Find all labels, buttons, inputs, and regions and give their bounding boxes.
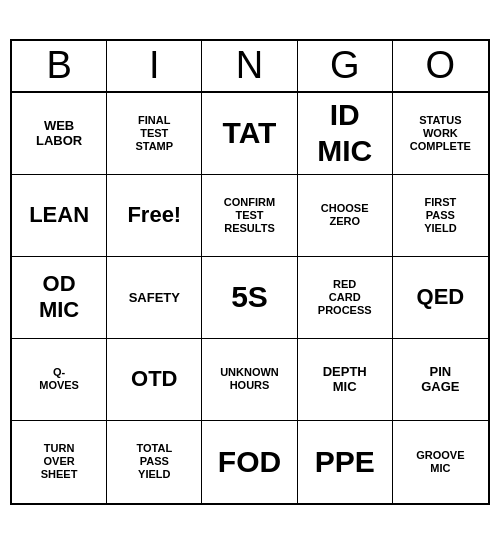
bingo-cell: QED (393, 257, 488, 339)
bingo-cell: Free! (107, 175, 202, 257)
bingo-cell: RED CARD PROCESS (298, 257, 393, 339)
bingo-cell: FIRST PASS YIELD (393, 175, 488, 257)
header-letter: I (107, 41, 202, 91)
bingo-cell: OD MIC (12, 257, 107, 339)
bingo-cell: TURN OVER SHEET (12, 421, 107, 503)
bingo-cell: OTD (107, 339, 202, 421)
bingo-cell: 5S (202, 257, 297, 339)
bingo-cell: DEPTH MIC (298, 339, 393, 421)
bingo-cell: TAT (202, 93, 297, 175)
bingo-cell: PIN GAGE (393, 339, 488, 421)
bingo-cell: SAFETY (107, 257, 202, 339)
bingo-grid: WEB LABORFINAL TEST STAMPTATID MICSTATUS… (12, 93, 488, 503)
header-letter: B (12, 41, 107, 91)
header-letter: O (393, 41, 488, 91)
bingo-cell: CONFIRM TEST RESULTS (202, 175, 297, 257)
bingo-card: BINGO WEB LABORFINAL TEST STAMPTATID MIC… (10, 39, 490, 505)
bingo-cell: CHOOSE ZERO (298, 175, 393, 257)
bingo-cell: GROOVE MIC (393, 421, 488, 503)
bingo-cell: Q- MOVES (12, 339, 107, 421)
header-letter: N (202, 41, 297, 91)
bingo-cell: PPE (298, 421, 393, 503)
bingo-cell: LEAN (12, 175, 107, 257)
bingo-header: BINGO (12, 41, 488, 93)
bingo-cell: UNKNOWN HOURS (202, 339, 297, 421)
bingo-cell: ID MIC (298, 93, 393, 175)
bingo-cell: STATUS WORK COMPLETE (393, 93, 488, 175)
header-letter: G (298, 41, 393, 91)
bingo-cell: FINAL TEST STAMP (107, 93, 202, 175)
bingo-cell: FOD (202, 421, 297, 503)
bingo-cell: WEB LABOR (12, 93, 107, 175)
bingo-cell: TOTAL PASS YIELD (107, 421, 202, 503)
